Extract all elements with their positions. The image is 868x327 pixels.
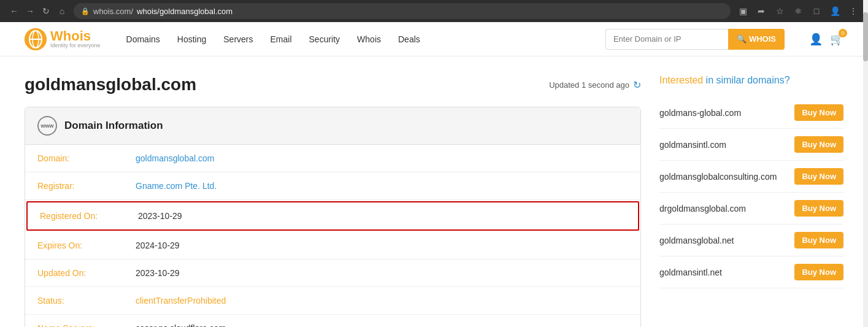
status-row: Status: clientTransferProhibited bbox=[25, 287, 640, 315]
card-title: Domain Information bbox=[64, 120, 163, 132]
updated-on-row: Updated On: 2023-10-29 bbox=[25, 260, 640, 287]
nav-email[interactable]: Email bbox=[263, 31, 299, 48]
updated-on-label: Updated On: bbox=[37, 268, 136, 278]
www-icon: www bbox=[37, 116, 57, 136]
card-header: www Domain Information bbox=[25, 107, 640, 145]
similar-domain-1: goldmansintl.com bbox=[659, 140, 794, 150]
updated-on-value: 2023-10-29 bbox=[136, 268, 180, 278]
url-path: whois/goldmansglobal.com bbox=[137, 7, 232, 16]
nav-deals[interactable]: Deals bbox=[391, 31, 428, 48]
buy-now-button-3[interactable]: Buy Now bbox=[794, 200, 843, 217]
browser-chrome: ← → ↻ ⌂ 🔒 whois.com/ whois/goldmansgloba… bbox=[0, 0, 868, 22]
nameservers-row: Name Servers: cesar.ns.cloudflare.com in… bbox=[25, 315, 640, 327]
forward-button[interactable]: → bbox=[23, 4, 37, 18]
info-table: Domain: goldmansglobal.com Registrar: Gn… bbox=[25, 145, 640, 327]
browser-actions: ▣ ➦ ☆ ⚛ □ 👤 ⋮ bbox=[735, 4, 861, 18]
search-area: 🔍 WHOIS bbox=[605, 29, 785, 50]
update-text: Updated 1 second ago bbox=[549, 80, 629, 90]
expires-on-row: Expires On: 2024-10-29 bbox=[25, 232, 640, 260]
layout-button[interactable]: □ bbox=[809, 4, 824, 18]
scrollbar-thumb[interactable] bbox=[863, 12, 868, 61]
lock-icon: 🔒 bbox=[81, 7, 90, 15]
browser-nav: ← → ↻ ⌂ bbox=[7, 4, 69, 18]
bookmark-button[interactable]: ☆ bbox=[772, 4, 787, 18]
cart-wrapper: 🛒 0 bbox=[830, 33, 843, 46]
similar-item-1: goldmansintl.com Buy Now bbox=[659, 129, 843, 161]
site-header: Whois Identity for everyone Domains Host… bbox=[0, 22, 868, 56]
registrar-row: Registrar: Gname.com Pte. Ltd. bbox=[25, 172, 640, 200]
buy-now-button-0[interactable]: Buy Now bbox=[794, 104, 843, 121]
similar-item-3: drgoldmansglobal.com Buy Now bbox=[659, 193, 843, 225]
buy-now-button-5[interactable]: Buy Now bbox=[794, 264, 843, 280]
address-bar[interactable]: 🔒 whois.com/ whois/goldmansglobal.com bbox=[74, 3, 731, 19]
similar-item-4: goldmansglobal.net Buy Now bbox=[659, 225, 843, 256]
similar-domain-3: drgoldmansglobal.com bbox=[659, 204, 794, 214]
domain-label: Domain: bbox=[37, 153, 136, 163]
home-button[interactable]: ⌂ bbox=[55, 4, 69, 18]
tagline: Identity for everyone bbox=[50, 43, 101, 48]
nav-security[interactable]: Security bbox=[302, 31, 348, 48]
user-icon-button[interactable]: 👤 bbox=[809, 33, 823, 46]
domain-value[interactable]: goldmansglobal.com bbox=[136, 153, 214, 163]
registered-on-row: Registered On: 2023-10-29 bbox=[26, 201, 639, 231]
expires-on-value: 2024-10-29 bbox=[136, 240, 180, 250]
nameserver1: cesar.ns.cloudflare.com bbox=[136, 323, 226, 327]
left-panel: goldmansglobal.com Updated 1 second ago … bbox=[25, 75, 641, 327]
nameservers-label: Name Servers: bbox=[37, 323, 136, 327]
similar-domain-4: goldmansglobal.net bbox=[659, 236, 794, 245]
nameservers-values: cesar.ns.cloudflare.com ingrid.ns.cloudf… bbox=[136, 323, 226, 327]
brand-name: Whois bbox=[50, 29, 101, 43]
profile-button[interactable]: 👤 bbox=[828, 4, 842, 18]
right-panel: Interested in similar domains? goldmans-… bbox=[659, 75, 843, 327]
update-badge: Updated 1 second ago ↻ bbox=[549, 79, 641, 91]
search-icon: 🔍 bbox=[737, 34, 747, 44]
nav-hosting[interactable]: Hosting bbox=[170, 31, 213, 48]
logo-link[interactable]: Whois Identity for everyone bbox=[25, 28, 101, 50]
similar-item-2: goldmansglobalconsulting.com Buy Now bbox=[659, 161, 843, 193]
domain-row: Domain: goldmansglobal.com bbox=[25, 145, 640, 172]
expires-on-label: Expires On: bbox=[37, 240, 136, 250]
similar-domain-5: goldmansintl.net bbox=[659, 267, 794, 277]
domain-title-row: goldmansglobal.com Updated 1 second ago … bbox=[25, 75, 641, 94]
nav-servers[interactable]: Servers bbox=[216, 31, 260, 48]
scrollbar[interactable] bbox=[863, 0, 868, 327]
logo-icon bbox=[25, 28, 47, 50]
cart-badge: 0 bbox=[839, 29, 847, 37]
page-title: goldmansglobal.com bbox=[25, 75, 196, 94]
similar-domains-heading: Interested in similar domains? bbox=[659, 75, 843, 86]
buy-now-button-2[interactable]: Buy Now bbox=[794, 168, 843, 185]
similar-heading-rest: in similar domains? bbox=[706, 75, 790, 85]
registrar-label: Registrar: bbox=[37, 181, 136, 191]
buy-now-button-4[interactable]: Buy Now bbox=[794, 232, 843, 248]
similar-item-0: goldmans-global.com Buy Now bbox=[659, 97, 843, 129]
screenshot-button[interactable]: ▣ bbox=[735, 4, 750, 18]
buy-now-button-1[interactable]: Buy Now bbox=[794, 136, 843, 153]
main-content: goldmansglobal.com Updated 1 second ago … bbox=[0, 56, 868, 327]
similar-domain-2: goldmansglobalconsulting.com bbox=[659, 172, 794, 182]
logo-text: Whois Identity for everyone bbox=[50, 29, 101, 48]
refresh-icon[interactable]: ↻ bbox=[633, 79, 641, 91]
share-button[interactable]: ➦ bbox=[754, 4, 769, 18]
interested-text: Interested bbox=[659, 75, 703, 85]
menu-button[interactable]: ⋮ bbox=[846, 4, 861, 18]
extensions-button[interactable]: ⚛ bbox=[791, 4, 805, 18]
url-domain: whois.com/ bbox=[93, 7, 133, 16]
registered-on-label: Registered On: bbox=[40, 211, 138, 221]
registered-on-value: 2023-10-29 bbox=[138, 211, 182, 221]
registrar-value[interactable]: Gname.com Pte. Ltd. bbox=[136, 181, 217, 191]
main-nav: Domains Hosting Servers Email Security W… bbox=[119, 31, 587, 48]
similar-domain-0: goldmans-global.com bbox=[659, 108, 794, 118]
nav-domains[interactable]: Domains bbox=[119, 31, 167, 48]
reload-button[interactable]: ↻ bbox=[39, 4, 53, 18]
status-value: clientTransferProhibited bbox=[136, 296, 226, 306]
search-input[interactable] bbox=[605, 29, 728, 50]
back-button[interactable]: ← bbox=[7, 4, 21, 18]
domain-info-card: www Domain Information Domain: goldmansg… bbox=[25, 107, 641, 327]
whois-search-button[interactable]: 🔍 WHOIS bbox=[728, 29, 785, 50]
similar-item-5: goldmansintl.net Buy Now bbox=[659, 256, 843, 288]
header-icons: 👤 🛒 0 bbox=[809, 33, 843, 46]
nav-whois[interactable]: Whois bbox=[350, 31, 388, 48]
status-label: Status: bbox=[37, 296, 136, 306]
